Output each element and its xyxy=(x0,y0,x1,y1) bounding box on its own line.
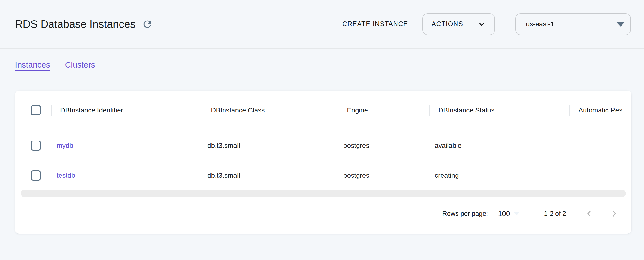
tab-clusters[interactable]: Clusters xyxy=(65,60,95,70)
column-header-dbinstance-identifier: DBInstance Identifier xyxy=(51,105,202,116)
cell-dbinstance-class: db.t3.small xyxy=(202,172,338,179)
row-checkbox[interactable] xyxy=(31,140,41,151)
row-checkbox[interactable] xyxy=(31,170,41,181)
instances-table-card: DBInstance Identifier DBInstance Class E… xyxy=(15,91,632,234)
column-header-dbinstance-status: DBInstance Status xyxy=(430,105,570,116)
rows-per-page-select[interactable]: 100 xyxy=(498,210,520,218)
create-instance-button[interactable]: CREATE INSTANCE xyxy=(342,20,408,28)
column-header-automatic-res: Automatic Res xyxy=(570,105,632,116)
page-range-label: 1-2 of 2 xyxy=(544,210,566,218)
pagination-bar: Rows per page: 100 1-2 of 2 xyxy=(15,197,632,234)
row-checkbox-cell xyxy=(15,170,51,181)
rows-per-page-value: 100 xyxy=(498,210,510,218)
chevron-right-icon xyxy=(610,209,619,218)
column-header-engine: Engine xyxy=(338,105,430,116)
region-select-value: us-east-1 xyxy=(526,20,554,28)
column-header-dbinstance-class: DBInstance Class xyxy=(202,105,338,116)
chevron-left-icon xyxy=(584,209,594,218)
select-all-checkbox[interactable] xyxy=(31,105,41,115)
chevron-down-icon xyxy=(478,20,486,28)
region-select[interactable]: us-east-1 xyxy=(515,13,631,35)
refresh-icon xyxy=(142,18,153,30)
cell-identifier: testdb xyxy=(51,172,202,179)
cell-dbinstance-status: creating xyxy=(430,172,570,179)
tabbar: Instances Clusters xyxy=(0,48,644,81)
page-title: RDS Database Instances xyxy=(15,18,136,30)
horizontal-scrollbar[interactable] xyxy=(21,190,626,197)
rows-per-page-label: Rows per page: xyxy=(442,210,488,218)
table-row: mydb db.t3.small postgres available xyxy=(15,130,632,161)
instance-link-mydb[interactable]: mydb xyxy=(56,142,73,149)
next-page-button[interactable] xyxy=(610,209,619,218)
caret-down-icon xyxy=(514,212,520,215)
instance-link-testdb[interactable]: testdb xyxy=(56,172,75,179)
previous-page-button[interactable] xyxy=(584,209,594,218)
cell-identifier: mydb xyxy=(51,142,202,149)
cell-dbinstance-status: available xyxy=(430,142,570,149)
refresh-button[interactable] xyxy=(142,18,153,30)
table-row: testdb db.t3.small postgres creating xyxy=(15,161,632,190)
actions-button-label: ACTIONS xyxy=(432,20,478,28)
cell-dbinstance-class: db.t3.small xyxy=(202,142,338,149)
actions-button[interactable]: ACTIONS xyxy=(422,13,495,35)
table-header-row: DBInstance Identifier DBInstance Class E… xyxy=(15,91,632,130)
cell-engine: postgres xyxy=(338,142,430,149)
tab-instances[interactable]: Instances xyxy=(15,60,50,70)
horizontal-scrollbar-track xyxy=(15,190,632,197)
row-checkbox-cell xyxy=(15,140,51,151)
topbar: RDS Database Instances CREATE INSTANCE A… xyxy=(0,0,644,48)
toolbar-divider xyxy=(505,15,506,33)
caret-down-icon xyxy=(616,22,625,26)
header-checkbox-cell xyxy=(15,105,51,115)
cell-engine: postgres xyxy=(338,172,430,179)
